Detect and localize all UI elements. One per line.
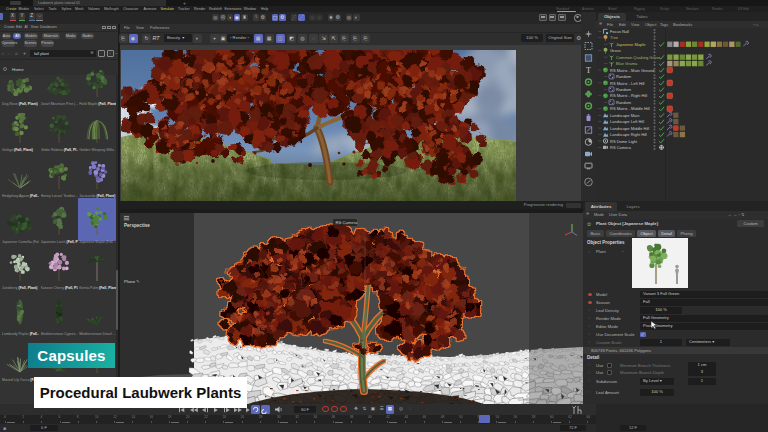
svg-text:Tree: Tree [610,35,619,40]
svg-text:RS Matrix - Left Hill: RS Matrix - Left Hill [610,81,645,86]
svg-text:RS Matrix - Middle Hill: RS Matrix - Middle Hill [610,106,650,111]
svg-text:RS Matrix - Main Ground: RS Matrix - Main Ground [610,68,654,73]
svg-text:RS Dome Light: RS Dome Light [610,139,638,144]
svg-text:Grass: Grass [610,48,621,53]
svg-text:Landscape Right Hill: Landscape Right Hill [610,132,647,137]
svg-text:60 Objects 1,013,310 Polys: 60 Objects 1,013,310 Polys [518,398,562,402]
svg-text:Random: Random [616,74,632,79]
svg-text:Japanese Maple: Japanese Maple [616,42,646,47]
svg-text:Random: Random [616,87,632,92]
svg-text:Perspective: Perspective [124,223,150,228]
svg-text:Focus Null: Focus Null [610,29,629,34]
svg-text:Landscape Left Hill: Landscape Left Hill [610,119,644,124]
svg-text:✎: ✎ [136,279,140,284]
svg-text:Common Quaking Grass: Common Quaking Grass [616,55,660,60]
svg-text:Random: Random [616,100,632,105]
svg-text:Landscape Main: Landscape Main [610,113,639,118]
svg-text:RS Camera: RS Camera [336,220,359,225]
svg-text:T: T [586,66,591,75]
svg-text:Plane: Plane [124,279,136,284]
svg-text:RS Matrix - Right Hill: RS Matrix - Right Hill [610,93,647,98]
svg-text:RS Camera: RS Camera [610,145,632,150]
svg-text:Blue Grama: Blue Grama [616,61,638,66]
svg-text:Landscape Middle Hill: Landscape Middle Hill [610,126,649,131]
